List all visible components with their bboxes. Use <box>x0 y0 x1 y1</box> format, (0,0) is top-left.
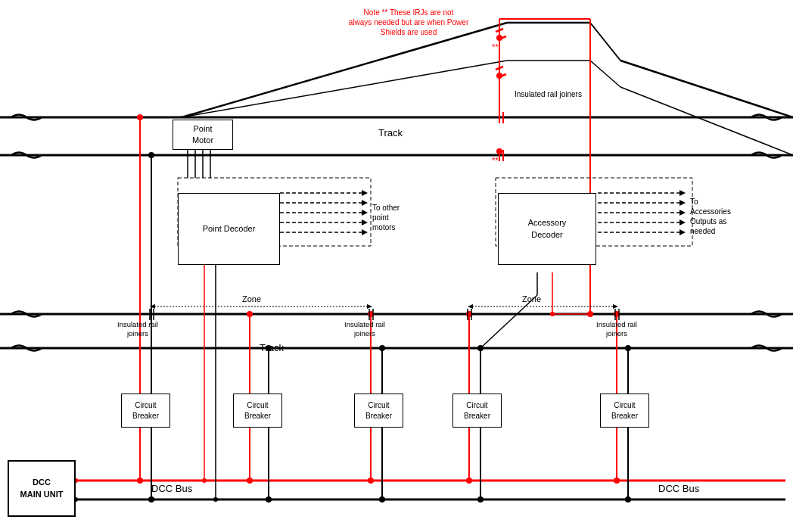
dcc-bus-label-right: DCC Bus <box>658 483 699 496</box>
svg-point-51 <box>625 496 631 502</box>
svg-point-103 <box>202 478 207 483</box>
svg-marker-93 <box>679 210 686 216</box>
to-accessories-label: ToAccessoriesOutputs asneeded <box>690 197 731 236</box>
svg-point-110 <box>588 312 592 316</box>
svg-marker-95 <box>679 229 686 235</box>
svg-point-22 <box>368 478 374 484</box>
track-label-lower: Track <box>260 342 284 355</box>
svg-marker-91 <box>679 190 686 196</box>
svg-marker-84 <box>362 229 368 235</box>
irj-marker2: ** <box>492 155 499 166</box>
svg-point-42 <box>266 496 272 502</box>
svg-marker-94 <box>679 219 686 226</box>
svg-marker-80 <box>362 190 368 196</box>
circuit-breaker-5: CircuitBreaker <box>600 394 649 428</box>
zone1-label: Zone <box>242 294 261 304</box>
insulated-rail-joiners-lower-left: Insulated railjoiners <box>117 320 158 339</box>
point-decoder-box: Point Decoder <box>178 193 280 265</box>
svg-marker-73 <box>468 304 473 309</box>
circuit-breaker-4: CircuitBreaker <box>452 394 502 428</box>
svg-point-39 <box>148 496 154 502</box>
dcc-main-unit-box: DCCMAIN UNIT <box>8 460 76 517</box>
svg-marker-83 <box>362 219 368 226</box>
irj-note-marker: ** <box>492 42 499 52</box>
svg-point-48 <box>477 496 484 502</box>
svg-marker-71 <box>367 304 372 309</box>
svg-marker-82 <box>362 210 368 216</box>
circuit-breaker-2: CircuitBreaker <box>233 394 282 428</box>
svg-point-104 <box>213 497 218 502</box>
dcc-bus-label-left: DCC Bus <box>151 483 192 496</box>
svg-marker-92 <box>679 200 686 206</box>
circuit-breaker-3: CircuitBreaker <box>354 394 403 428</box>
point-motor-box: PointMotor <box>173 120 233 150</box>
svg-line-6 <box>590 23 620 61</box>
zone2-label: Zone <box>522 294 541 304</box>
circuit-breaker-1: CircuitBreaker <box>121 394 170 428</box>
svg-point-28 <box>614 478 620 484</box>
to-other-point-motors-label: To otherpointmotors <box>372 203 400 232</box>
track-label-upper: Track <box>378 127 403 140</box>
insulated-rail-joiners-lower-right: Insulated railjoiners <box>596 320 637 339</box>
svg-line-9 <box>620 87 793 155</box>
irj-note: Note ** These IRJs are notalways needed … <box>333 8 484 37</box>
svg-point-19 <box>247 478 253 484</box>
svg-line-8 <box>620 61 793 117</box>
diagram-canvas: Note ** These IRJs are notalways needed … <box>0 0 793 532</box>
svg-marker-81 <box>362 200 368 206</box>
insulated-rail-joiners-label-top: Insulated rail joiners <box>515 89 582 99</box>
svg-marker-74 <box>613 304 618 309</box>
insulated-rail-joiners-lower-center: Insulated railjoiners <box>344 320 385 339</box>
svg-point-25 <box>466 478 472 484</box>
accessory-decoder-box: AccessoryDecoder <box>498 193 596 265</box>
svg-point-16 <box>137 478 143 484</box>
wiring-diagram <box>0 0 793 532</box>
svg-point-45 <box>379 496 385 502</box>
svg-line-7 <box>590 61 620 87</box>
